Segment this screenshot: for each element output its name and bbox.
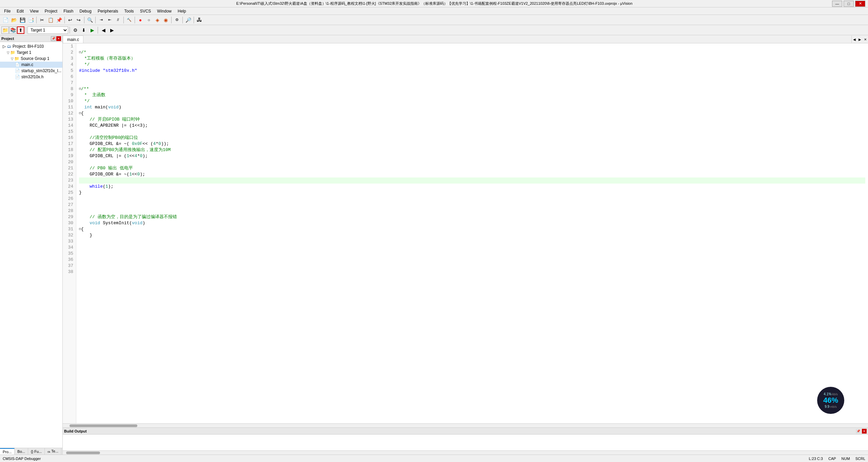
line-num-5: 5 [64, 68, 73, 74]
code-text-25: } [79, 190, 82, 196]
project-window-btn[interactable]: 📁 [1, 26, 9, 34]
menu-svcs[interactable]: SVCS [137, 8, 154, 15]
panel-header-buttons[interactable]: 📌 ✕ [51, 36, 61, 41]
save-all-btn[interactable]: 📑 [27, 16, 35, 24]
menu-help[interactable]: Help [175, 8, 189, 15]
indent-btn[interactable]: ⇥ [97, 16, 105, 24]
code-line-32: } [79, 232, 865, 238]
cut-btn[interactable]: ✂ [38, 16, 46, 24]
panel-tab-templates[interactable]: ₀₁ Te... [45, 448, 61, 455]
source-group-label: Source Group 1 [21, 56, 50, 61]
code-hscrollbar[interactable] [63, 423, 868, 427]
code-line-36 [79, 257, 865, 263]
copy-btn[interactable]: 📋 [46, 16, 55, 24]
target-select[interactable]: Target 1 [27, 26, 68, 34]
reset-btn[interactable]: ◉ [162, 16, 170, 24]
build-hscrollbar-thumb[interactable] [66, 451, 100, 454]
code-content[interactable]: ⊟ /* *工程模板（寄存器版本） */ #include "stm32f10x… [76, 43, 868, 423]
pause-btn[interactable]: ◈ [153, 16, 161, 24]
stop-btn[interactable]: ○ [145, 16, 153, 24]
toolbar-row-1: 📄 📂 💾 📑 ✂ 📋 📌 ↩ ↪ 🔍 ⇥ ⇤ // 🔨 ● ○ ◈ ◉ ⚙ 🔎… [0, 15, 868, 25]
source-group-item[interactable]: ▽ 📁 Source Group 1 [0, 56, 62, 62]
new-file-btn[interactable]: 📄 [1, 16, 9, 24]
code-line-1 [79, 43, 865, 49]
line-num-9: 9 [64, 92, 73, 98]
line-num-36: 36 [64, 257, 73, 263]
save-btn[interactable]: 💾 [18, 16, 26, 24]
comment-btn[interactable]: // [114, 16, 122, 24]
build-output-pin[interactable]: 📌 [856, 429, 861, 434]
code-hscrollbar-thumb[interactable] [70, 424, 137, 427]
paste-btn[interactable]: 📌 [55, 16, 63, 24]
build-btn[interactable]: 🔨 [125, 16, 133, 24]
forward-btn[interactable]: ▶ [108, 26, 116, 34]
source-group-collapse-icon: ▽ [11, 57, 14, 61]
line-num-24: 24 [64, 184, 73, 190]
build-hscrollbar[interactable] [63, 450, 868, 455]
editor-close-tab[interactable]: ✕ [863, 36, 868, 43]
target-options-btn[interactable]: ⚙ [71, 26, 79, 34]
load-btn[interactable]: ⬆ [17, 26, 24, 34]
menu-tools[interactable]: Tools [122, 8, 137, 15]
editor-tab-main-c[interactable]: main.c [63, 36, 83, 43]
menu-peripherals[interactable]: Peripherals [95, 8, 121, 15]
minimize-button[interactable]: — [832, 1, 842, 7]
code-line-38 [79, 269, 865, 275]
project-root[interactable]: ▷ 🗂 Project: BH-F103 [0, 43, 62, 49]
line-num-30: 30 [64, 220, 73, 226]
maximize-button[interactable]: □ [844, 1, 854, 7]
header-item[interactable]: 📄 stm32f10x.h [0, 74, 62, 80]
redo-btn[interactable]: ↪ [75, 16, 83, 24]
editor-scroll-left[interactable]: ◀ [852, 36, 857, 43]
panel-tab-project[interactable]: Pro... [0, 448, 15, 455]
build-output-close[interactable]: ✕ [862, 429, 867, 434]
menu-flash[interactable]: Flash [61, 8, 76, 15]
line-num-14: 14 [64, 123, 73, 129]
startup-item[interactable]: 📄 startup_stm32f10x_l... [0, 68, 62, 74]
book-btn[interactable]: 📚 [9, 26, 17, 34]
open-btn[interactable]: 📂 [10, 16, 18, 24]
code-line-23 [79, 177, 865, 184]
menu-view[interactable]: View [27, 8, 41, 15]
undo-btn[interactable]: ↩ [66, 16, 74, 24]
debug-settings-btn[interactable]: ⚙ [173, 16, 181, 24]
main-container: Project 📌 ✕ ▷ 🗂 Project: BH-F103 ▽ 📁 Tar… [0, 35, 868, 455]
main-c-label: main.c [21, 62, 33, 67]
toolbar-row-2: 📁 📚 ⬆ Target 1 ⚙ ⬇ ▶ ◀ ▶ [0, 25, 868, 35]
line-num-13: 13 [64, 117, 73, 123]
run-btn[interactable]: ● [136, 16, 144, 24]
title-bar-buttons[interactable]: — □ ✕ [832, 1, 865, 7]
back-btn[interactable]: ◀ [99, 26, 107, 34]
start-debug-btn[interactable]: ▶ [88, 26, 96, 34]
cpu-bottom-unit: mb/s [830, 405, 837, 408]
panel-tab-books[interactable]: Bo... [15, 448, 28, 455]
project-panel-header: Project 📌 ✕ [0, 35, 62, 42]
code-line-24: while(1); [79, 184, 865, 190]
panel-close-button[interactable]: ✕ [56, 36, 61, 41]
menu-edit[interactable]: Edit [14, 8, 26, 15]
menu-window[interactable]: Window [154, 8, 174, 15]
line-num-12: 12 [64, 110, 73, 117]
main-c-item[interactable]: 📄 main.c [0, 62, 62, 68]
menu-file[interactable]: File [1, 8, 13, 15]
zoom-btn[interactable]: 🔎 [184, 16, 192, 24]
build-output-label: Build Output [64, 429, 87, 433]
menu-bar: File Edit View Project Flash Debug Perip… [0, 7, 868, 15]
find-btn[interactable]: 🔍 [86, 16, 94, 24]
line-num-38: 38 [64, 269, 73, 275]
panel-pin-button[interactable]: 📌 [51, 36, 56, 41]
build-output-controls[interactable]: 📌 ✕ [856, 429, 867, 434]
panel-tab-functions[interactable]: {} Fu... [28, 448, 45, 455]
menu-debug[interactable]: Debug [77, 8, 94, 15]
editor-scroll-right[interactable]: ▶ [857, 36, 863, 43]
code-area[interactable]: 1 2 3 4 5 6 7 8 9 10 11 12 13 14 15 16 1… [63, 43, 868, 423]
manage-btn[interactable]: 🖧 [195, 16, 203, 24]
line-num-26: 26 [64, 196, 73, 202]
target-1-item[interactable]: ▽ 📁 Target 1 [0, 49, 62, 56]
download-btn[interactable]: ⬇ [80, 26, 88, 34]
editor-scroll-buttons[interactable]: ◀ ▶ ✕ [851, 36, 868, 43]
menu-project[interactable]: Project [42, 8, 60, 15]
close-button[interactable]: ✕ [855, 1, 865, 7]
unindent-btn[interactable]: ⇤ [105, 16, 114, 24]
cpu-percent: 46% [823, 396, 838, 405]
